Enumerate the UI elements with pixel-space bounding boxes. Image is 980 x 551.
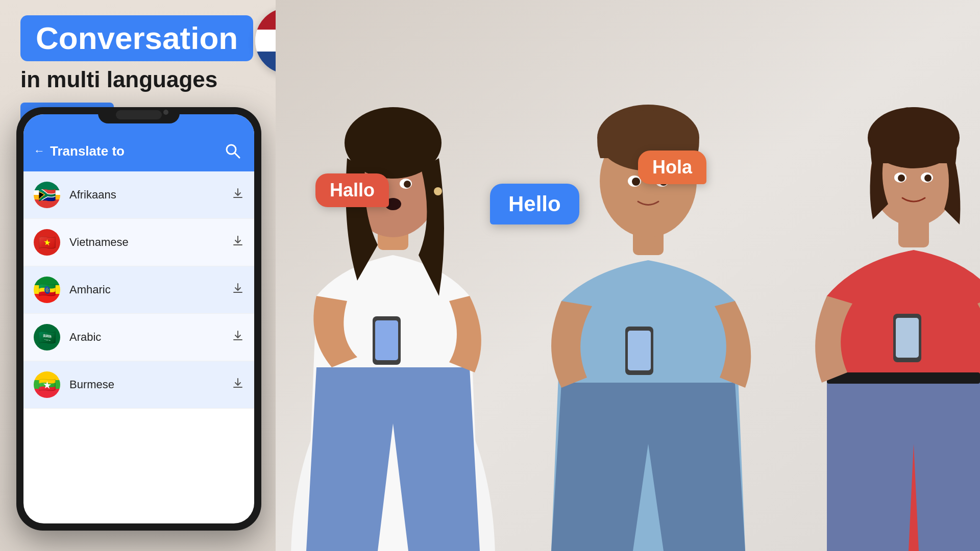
flag-amharic: 🇪🇹 xyxy=(34,277,60,303)
language-name-arabic: Arabic xyxy=(69,331,232,344)
download-icon-amharic[interactable] xyxy=(232,282,244,297)
language-list: 🇿🇦 Afrikaans 🇻🇳 xyxy=(23,171,254,409)
phone-notch-pill xyxy=(116,110,162,119)
thought-bubble-dutch xyxy=(255,8,322,95)
thought-dots-us xyxy=(408,72,470,91)
spain-flag-circle xyxy=(569,15,628,74)
download-icon-vietnamese[interactable] xyxy=(232,235,244,250)
language-name-vietnamese: Vietnamese xyxy=(69,236,232,249)
speech-bubble-hola: Hola xyxy=(638,151,706,184)
list-item[interactable]: 🇪🇹 Amharic xyxy=(23,266,254,314)
title-box: Conversation xyxy=(20,15,253,61)
phone-outer: ← Translate to 🇿🇦 xyxy=(16,107,261,531)
search-icon xyxy=(224,142,242,160)
subtitle: in multi languages xyxy=(20,66,265,93)
bubble-text-hola: Hola xyxy=(652,157,692,178)
flag-afrikaans: 🇿🇦 xyxy=(34,182,60,208)
phone-notch xyxy=(98,107,180,123)
dutch-flag-circle xyxy=(255,8,322,74)
list-item[interactable]: 🇸🇦 Arabic xyxy=(23,314,254,361)
language-name-afrikaans: Afrikaans xyxy=(69,188,232,202)
speech-bubble-hallo: Hallo xyxy=(315,173,389,207)
download-icon-afrikaans[interactable] xyxy=(232,187,244,203)
spain-outer-circle xyxy=(559,5,638,84)
list-item[interactable]: 🇿🇦 Afrikaans xyxy=(23,171,254,219)
flag-arabic: 🇸🇦 xyxy=(34,324,60,350)
phone-screen: ← Translate to 🇿🇦 xyxy=(23,114,254,523)
download-icon-burmese[interactable] xyxy=(232,377,244,392)
thought-dots-spain xyxy=(559,86,630,105)
speech-bubble-hello: Hello xyxy=(490,184,579,224)
flag-vietnamese: 🇻🇳 xyxy=(34,229,60,256)
language-name-amharic: Amharic xyxy=(69,283,232,296)
list-item[interactable]: 🇻🇳 Vietnamese xyxy=(23,219,254,266)
flag-burmese: 🇲🇲 xyxy=(34,371,60,398)
back-arrow-icon[interactable]: ← xyxy=(34,144,45,158)
title-line1: Conversation xyxy=(36,20,238,56)
download-icon-arabic[interactable] xyxy=(232,330,244,345)
thought-bubble-spain xyxy=(559,5,638,105)
language-name-burmese: Burmese xyxy=(69,378,232,391)
phone-notch-dot xyxy=(163,110,168,115)
app-header-left: ← Translate to xyxy=(34,143,125,159)
bubble-text-hallo: Hallo xyxy=(330,180,375,201)
svg-line-1 xyxy=(235,153,239,158)
thought-bubble-us xyxy=(408,4,475,91)
bubble-text-hello: Hello xyxy=(508,192,561,216)
us-flag-circle xyxy=(408,4,475,70)
thought-dots-dutch xyxy=(288,76,294,95)
left-panel: Conversation in multi languages Multi Ch… xyxy=(0,0,286,551)
search-button[interactable] xyxy=(222,140,244,162)
app-header-title: Translate to xyxy=(50,143,125,159)
phone-mockup: ← Translate to 🇿🇦 xyxy=(16,107,261,531)
list-item[interactable]: 🇲🇲 Burmese xyxy=(23,361,254,409)
